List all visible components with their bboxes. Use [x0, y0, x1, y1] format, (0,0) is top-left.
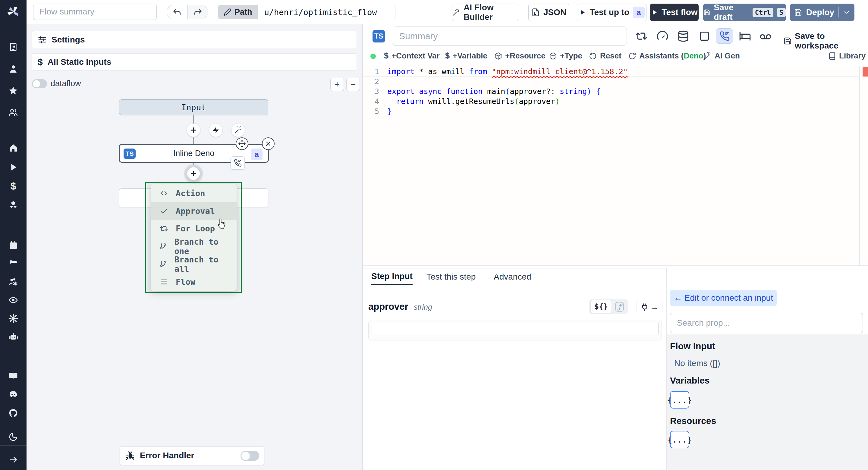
move-step-button[interactable] — [236, 137, 248, 150]
zoom-in-button[interactable]: + — [330, 78, 344, 91]
error-handler-node[interactable]: Error Handler — [120, 446, 264, 465]
add-type-button[interactable]: +Type — [549, 51, 582, 61]
add-variable-button[interactable]: $+Variable — [445, 51, 487, 61]
repeat-retries-icon[interactable] — [635, 30, 647, 42]
path-group: Path u/henri/optimistic_flow — [218, 5, 396, 19]
ai-flow-builder-button[interactable]: AI Flow Builder — [452, 4, 519, 21]
reset-button[interactable]: Reset — [589, 51, 621, 61]
ai-suggest-button[interactable] — [231, 124, 245, 137]
windmill-logo-icon[interactable] — [7, 5, 20, 19]
error-handler-toggle[interactable] — [241, 451, 259, 461]
typescript-badge: TS — [373, 30, 385, 42]
menu-item-action[interactable]: Action — [151, 184, 237, 202]
add-resource-button[interactable]: +Resource — [494, 51, 546, 61]
ai-gen-button[interactable]: AI Gen — [704, 51, 740, 61]
workspace-icon[interactable] — [8, 42, 18, 52]
dataflow-toggle[interactable] — [32, 79, 47, 88]
schedules-icon[interactable] — [8, 241, 18, 250]
tab-step-input[interactable]: Step Input — [371, 269, 412, 285]
ai-gen-label: AI Gen — [715, 51, 740, 61]
edit-or-connect-button[interactable]: ← Edit or connect an input — [670, 290, 777, 306]
user-icon[interactable] — [8, 64, 18, 74]
dark-mode-moon-icon[interactable] — [8, 432, 18, 442]
assistants-button[interactable]: Assistants (Deno) — [628, 51, 706, 61]
menu-item-branch-to-all[interactable]: Branch to all — [151, 255, 237, 273]
sidebar-divider — [0, 125, 27, 125]
step-summary-input[interactable]: Summary — [393, 27, 627, 46]
field-value-input[interactable] — [368, 320, 662, 340]
save-to-workspace-label: Save to workspace — [795, 31, 868, 51]
database-cache-icon[interactable] — [677, 30, 689, 42]
groups-icon[interactable] — [8, 107, 18, 117]
deploy-divider — [838, 7, 839, 18]
expand-sidebar-icon[interactable] — [8, 455, 18, 465]
book-icon — [828, 52, 836, 60]
tab-test-this-step[interactable]: Test this step — [427, 269, 475, 285]
home-icon[interactable] — [8, 143, 18, 153]
groups-admin-icon[interactable] — [8, 277, 18, 287]
plus-icon — [190, 126, 197, 134]
path-value-input[interactable]: u/henri/optimistic_flow — [258, 5, 395, 19]
variables-icon[interactable]: $ — [8, 180, 18, 190]
all-static-inputs-label: All Static Inputs — [48, 57, 112, 67]
flow-node-input[interactable]: Input — [119, 99, 268, 115]
save-draft-button[interactable]: Save draft Ctrl S — [703, 4, 786, 21]
variables-object-chip[interactable]: {...} — [670, 391, 689, 409]
github-icon[interactable] — [8, 408, 18, 418]
suspend-approval-badge[interactable] — [230, 156, 245, 169]
settings-gear-icon[interactable] — [8, 314, 18, 323]
menu-item-flow[interactable]: Flow — [151, 273, 237, 291]
sleep-bed-icon[interactable] — [739, 30, 751, 42]
all-static-inputs-row[interactable]: $ All Static Inputs — [32, 53, 357, 70]
save-icon — [784, 37, 792, 45]
field-type: string — [414, 303, 432, 312]
test-flow-button[interactable]: Test flow — [650, 4, 699, 21]
favorites-star-icon[interactable] — [8, 86, 18, 95]
suspend-approval-active-button[interactable] — [716, 28, 733, 44]
code-editor[interactable]: 1import * as wmill from "npm:windmill-cl… — [363, 66, 868, 266]
resources-icon[interactable] — [8, 200, 18, 210]
editor-scrollbar-gutter[interactable] — [859, 66, 860, 266]
json-button[interactable]: JSON — [528, 4, 569, 21]
menu-item-label: Branch to all — [175, 255, 227, 274]
folders-icon[interactable] — [8, 259, 18, 269]
assistants-label: Assistants (Deno) — [639, 51, 706, 61]
connect-input-button[interactable]: → — [637, 299, 662, 315]
expr-mode-button[interactable]: ${} — [590, 300, 612, 313]
zoom-out-button[interactable]: − — [346, 78, 360, 91]
chevron-down-icon[interactable] — [843, 9, 850, 16]
resources-object-chip[interactable]: {...} — [670, 431, 689, 448]
kbd-s: S — [777, 8, 786, 17]
library-button[interactable]: Library — [828, 51, 866, 61]
tab-advanced[interactable]: Advanced — [494, 269, 531, 285]
save-icon — [794, 8, 802, 16]
search-prop-input[interactable]: Search prop... — [670, 313, 863, 333]
flow-settings-row[interactable]: Settings — [32, 31, 357, 48]
discord-icon[interactable] — [8, 389, 18, 399]
dataflow-label: dataflow — [51, 79, 81, 88]
delete-step-button[interactable] — [262, 137, 275, 150]
undo-button[interactable] — [167, 5, 187, 19]
deploy-button[interactable]: Deploy — [790, 4, 855, 21]
trigger-zap-button[interactable] — [209, 124, 222, 137]
insert-step-button[interactable] — [187, 167, 200, 180]
docs-icon[interactable] — [8, 371, 18, 381]
gauge-performance-icon[interactable] — [656, 30, 669, 42]
concurrency-square-icon[interactable] — [698, 30, 710, 42]
fn-mode-button[interactable]: ƒ — [613, 301, 627, 312]
left-sidebar: $ — [0, 0, 27, 470]
redo-button[interactable] — [187, 5, 208, 19]
workers-robot-icon[interactable] — [8, 332, 18, 342]
runs-icon[interactable] — [8, 162, 18, 172]
audit-logs-icon[interactable] — [8, 295, 18, 305]
flow-summary-input[interactable]: Flow summary — [33, 4, 157, 20]
insert-step-button[interactable] — [187, 124, 200, 137]
path-button[interactable]: Path — [218, 5, 258, 19]
test-up-to-button[interactable]: Test up to a — [577, 4, 647, 21]
play-icon — [651, 9, 658, 16]
voicemail-icon[interactable] — [760, 31, 772, 43]
add-context-var-button[interactable]: $+Context Var — [384, 51, 440, 61]
editor-actions-row: $+Context Var $+Variable +Resource +Type… — [363, 50, 868, 64]
menu-item-branch-to-one[interactable]: Branch to one — [151, 238, 237, 255]
save-to-workspace-button[interactable]: Save to workspace — [784, 31, 868, 51]
